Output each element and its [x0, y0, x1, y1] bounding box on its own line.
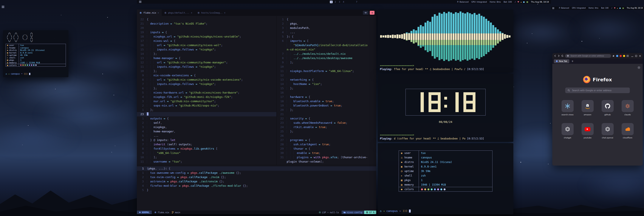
extension-icon[interactable]: [620, 55, 622, 57]
tray-icon[interactable]: ♪: [515, 1, 516, 3]
fetch-row-label: distro: [9, 49, 19, 51]
shortcut-label: youtube: [584, 137, 592, 139]
tray-icon[interactable]: ♥: [614, 7, 615, 9]
line-number: 5: [137, 134, 147, 138]
code-line: 1 };: [137, 108, 276, 112]
workspace-tag[interactable]: 7: [355, 1, 358, 3]
search-input[interactable]: [572, 89, 628, 92]
code-line: 12 url = "github:nix-community/home-mana…: [137, 60, 276, 65]
tab-pkgs-default[interactable]: pkgs/default... ×: [162, 10, 195, 16]
line-number: 27: [277, 138, 287, 142]
menu-icon[interactable]: [139, 1, 142, 3]
close-icon[interactable]: [639, 55, 641, 57]
tray-icon[interactable]: ♥: [518, 1, 519, 3]
editor-close-button[interactable]: ×: [370, 11, 374, 15]
code-line: 10 ];: [137, 155, 276, 159]
terminal-fetch-right[interactable]: ◉usertux⌂hnamecanopus◆distroNixOS 24.11 …: [378, 143, 513, 214]
tray-icon[interactable]: ●: [523, 1, 525, 3]
minimize-icon[interactable]: [631, 55, 633, 57]
line-number: 4: [277, 30, 287, 35]
editor-pane-iso[interactable]: 1{2 pkgs,3 modulesPath,4 ...5}: {6 impor…: [276, 16, 376, 165]
tab-label: hosts/isoImag..: [201, 12, 222, 14]
terminal-clock[interactable]: 08/08/24 =====================> Playing:…: [378, 74, 513, 142]
line-number: 13: [137, 56, 147, 60]
terminal-cava[interactable]: =====================> Playing: ffee for…: [378, 10, 513, 72]
close-icon[interactable]: ×: [158, 12, 159, 14]
fetch-row-label: shell: [404, 174, 419, 177]
color-dot: [27, 65, 28, 66]
fetch-row-icon: ⌂: [6, 47, 9, 49]
code-line: 22 security = {: [277, 116, 376, 121]
shortcut-tile[interactable]: youtube: [578, 123, 598, 139]
search-icon: [568, 89, 570, 92]
workspace-tag[interactable]: 1: [330, 1, 333, 3]
bar-status-item: GPU: Integrated: [572, 7, 586, 9]
firefox-window[interactable]: New Tab + Firefox search.nixosaamazongit…: [552, 53, 643, 165]
extensions-icon[interactable]: [612, 55, 615, 57]
url-bar[interactable]: [565, 54, 611, 58]
line-number: 9: [137, 151, 147, 155]
tray-icon[interactable]: ▦: [526, 1, 528, 3]
shortcut-tile[interactable]: search.nixos: [558, 100, 578, 116]
line-number: 11: [137, 65, 147, 69]
code-line: 4 firefox-mod-blur = pkgs.callPackage ./…: [137, 184, 376, 188]
shortcut-tile[interactable]: cloudflare: [618, 123, 638, 139]
shortcut-tile[interactable]: chat.openai: [598, 123, 618, 139]
workspace-tag[interactable]: 3: [338, 1, 341, 3]
back-button[interactable]: [554, 55, 556, 57]
workspace-tag[interactable]: 2: [334, 1, 337, 3]
shortcut-tile[interactable]: chatgpt: [558, 123, 578, 139]
neovim-window[interactable]: flake.nix × pkgs/default... × hosts/isoI…: [137, 10, 376, 214]
tray-icon[interactable]: ♪: [611, 7, 612, 9]
editor-pane-flake[interactable]: 22{21 description = "tux's NixOS Flake";…: [137, 16, 276, 165]
workspace-tag[interactable]: 4: [342, 1, 345, 3]
cloud: [0, 121, 78, 153]
close-icon[interactable]: ×: [224, 12, 225, 14]
code-line: 11 username = "tux";: [137, 159, 276, 164]
shortcut-tile[interactable]: github: [598, 100, 618, 116]
line-number: 25: [277, 129, 287, 134]
firefox-search-bar[interactable]: [565, 88, 630, 93]
line-number: 30: [277, 151, 287, 155]
close-icon[interactable]: ×: [191, 12, 192, 14]
tray-icon[interactable]: ▦: [622, 7, 624, 9]
forward-button[interactable]: [558, 55, 560, 57]
refresh-button[interactable]: [561, 55, 564, 57]
browser-tab-new-tab[interactable]: New Tab: [554, 59, 569, 63]
shortcut-label: amazon: [584, 114, 592, 116]
personalize-gear-icon[interactable]: [638, 66, 640, 70]
clock-digits: [416, 92, 476, 112]
menu-icon[interactable]: [552, 7, 554, 9]
terminal-fetch-left[interactable]: /\ /\ __ /\ / \ / \ / \ \/ \ / \ / \__/ …: [3, 30, 68, 77]
fetch-row-icon: ▦: [399, 179, 404, 182]
fetch-row-icon: ◆: [6, 49, 9, 51]
fetch-row: ⌂hnamecanopus: [399, 155, 492, 160]
fetch-row-value: 1: [19, 59, 66, 61]
fetch-row-label: distro: [404, 161, 419, 164]
fetch-row: ▣kernel6.9.8-zen1: [399, 164, 492, 169]
fetch-row-icon: ◆: [399, 161, 404, 164]
tab-hosts-iso[interactable]: hosts/isoImag.. ×: [195, 10, 228, 16]
new-tab-button[interactable]: +: [572, 60, 574, 63]
editor-pane-pkgs[interactable]: 1{pkgs, ...}: {1 tux-awesome-wm-config =…: [137, 165, 376, 210]
fetch-row: ⌂hnamecanopus: [6, 47, 66, 49]
amazon-icon: a: [586, 103, 590, 109]
hamburger-menu-icon[interactable]: [626, 55, 629, 57]
eye-toggle-button[interactable]: [363, 11, 368, 15]
extension-icon[interactable]: [616, 55, 618, 57]
menu-icon[interactable]: [2, 6, 4, 8]
line-number: 10: [277, 65, 287, 69]
extension-icon[interactable]: [623, 55, 625, 57]
maximize-icon[interactable]: [635, 55, 637, 57]
code-line: 4 home-manager,: [137, 129, 276, 134]
tray-icon[interactable]: ●: [619, 7, 621, 9]
tray-icon[interactable]: ▴: [521, 1, 522, 3]
line-number: 1: [137, 108, 147, 112]
shortcut-tile[interactable]: aamazon: [578, 100, 598, 116]
bar-status-item: GPU: Integrated: [472, 1, 487, 3]
shortcut-tile[interactable]: claude: [618, 100, 638, 116]
line-number: 13: [277, 78, 287, 82]
tray-icon[interactable]: ▴: [617, 7, 618, 9]
tab-flake-nix[interactable]: flake.nix ×: [137, 10, 162, 16]
url-input[interactable]: [570, 55, 609, 57]
